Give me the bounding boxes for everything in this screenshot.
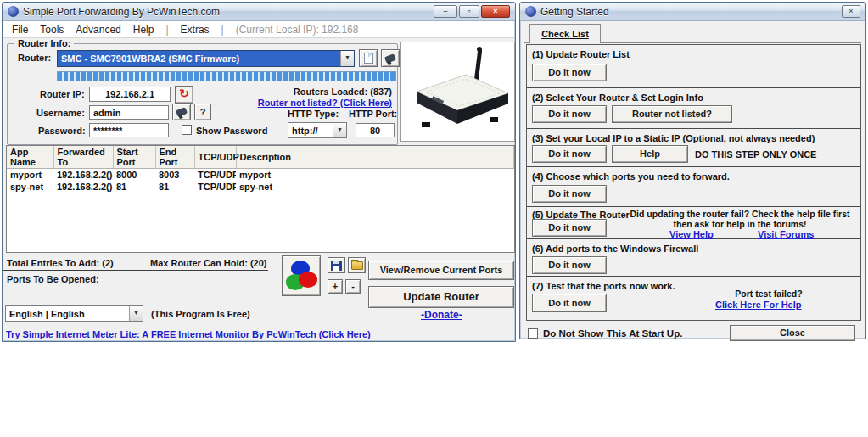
step2-router-not-listed-button[interactable]: Router not listed?	[612, 105, 732, 123]
username-label: Username:	[36, 108, 85, 118]
donate-link[interactable]: -Donate-	[421, 309, 462, 321]
step-title: (6) Add ports to the Windows Firewall	[532, 244, 698, 254]
router-notes-button[interactable]	[359, 49, 378, 67]
theme-colors-button[interactable]	[282, 255, 321, 296]
ports-table[interactable]: App Name Forwarded To Start Port End Por…	[6, 145, 515, 253]
step-title: (2) Select Your Router & Set Login Info	[532, 92, 703, 103]
col-forwarded-to[interactable]: Forwarded To	[53, 146, 113, 169]
internet-meter-promo-link[interactable]: Try Simple Internet Meter Lite: A FREE I…	[6, 329, 371, 339]
open-folder-icon	[351, 261, 363, 270]
menu-help[interactable]: Help	[133, 24, 154, 36]
close-dialog-button[interactable]: Close	[730, 325, 855, 341]
router-photo	[400, 42, 515, 142]
http-type-select[interactable]: http:// ▼	[288, 122, 347, 138]
minimize-button[interactable]: –	[434, 5, 457, 18]
cell-description: spy-net	[236, 181, 514, 193]
step3-once-note: DO THIS STEP ONLY ONCE	[695, 149, 816, 160]
router-login-button[interactable]	[381, 49, 400, 67]
chevron-down-icon[interactable]: ▼	[129, 306, 143, 321]
cell-end-port: 81	[155, 181, 194, 193]
add-entry-button[interactable]: +	[328, 279, 343, 294]
username-input[interactable]	[89, 105, 169, 120]
step-title: (3) Set your Local IP to a Static IP (Op…	[532, 133, 815, 143]
router-not-listed-link[interactable]: Router not listed? (Click Here)	[258, 98, 392, 108]
language-select[interactable]: English | English ▼	[5, 305, 143, 322]
router-ip-input[interactable]	[89, 87, 171, 102]
checklist-item-4: (4) Choose which ports you need to forwa…	[527, 167, 860, 207]
http-port-input[interactable]	[356, 123, 395, 137]
tab-bar: Check List	[524, 24, 861, 43]
step2-do-it-now-button[interactable]: Do it now	[532, 105, 607, 123]
show-password-label: Show Password	[196, 126, 267, 136]
port-test-help-link[interactable]: Click Here For Help	[715, 300, 801, 310]
menu-separator: |	[165, 24, 168, 36]
visit-forums-link[interactable]: Visit Forums	[758, 229, 814, 239]
red-circle-icon	[299, 272, 317, 288]
step6-do-it-now-button[interactable]: Do it now	[532, 256, 607, 274]
chevron-down-icon[interactable]: ▼	[340, 51, 354, 66]
step4-do-it-now-button[interactable]: Do it now	[532, 185, 607, 203]
col-app-name[interactable]: App Name	[7, 146, 53, 169]
chevron-down-icon[interactable]: ▼	[333, 123, 346, 137]
password-input[interactable]	[89, 123, 169, 137]
step3-help-button[interactable]: Help	[612, 145, 688, 163]
cell-tcp-udp: TCP/UDP	[194, 169, 236, 182]
show-password-checkbox[interactable]	[182, 125, 192, 135]
main-titlebar[interactable]: Simple Port Forwarding By PcWinTech.com …	[3, 3, 515, 21]
menu-tools[interactable]: Tools	[40, 24, 64, 36]
menu-file[interactable]: File	[12, 24, 28, 36]
step1-do-it-now-button[interactable]: Do it now	[532, 64, 607, 81]
table-row[interactable]: spy-net 192.168.2.2() 81 81 TCP/UDP spy-…	[7, 181, 514, 193]
checklist-item-2: (2) Select Your Router & Set Login Info …	[527, 88, 860, 129]
getting-started-window: Getting Started × Check List (1) Update …	[519, 2, 866, 339]
tab-check-list[interactable]: Check List	[529, 24, 601, 43]
col-start-port[interactable]: Start Port	[113, 146, 155, 169]
refresh-ip-button[interactable]: ↻	[175, 86, 193, 104]
free-program-note: (This Program Is Free)	[151, 309, 250, 319]
step3-do-it-now-button[interactable]: Do it now	[532, 145, 607, 163]
port-test-failed-note: Port test failed?	[688, 289, 849, 299]
close-button[interactable]: ×	[481, 5, 510, 18]
maximize-button[interactable]: ▫	[459, 5, 479, 18]
col-description[interactable]: Description	[236, 146, 514, 169]
cell-app-name: spy-net	[7, 181, 53, 193]
main-window: Simple Port Forwarding By PcWinTech.com …	[2, 2, 516, 342]
language-value: English | English	[6, 308, 129, 320]
step-title: (4) Choose which ports you need to forwa…	[532, 171, 730, 182]
remove-entry-button[interactable]: -	[345, 279, 361, 294]
router-select[interactable]: SMC - SMC7901WBRA2 (SMC Firmware) ▼	[57, 50, 355, 67]
view-help-link[interactable]: View Help	[669, 229, 714, 239]
col-end-port[interactable]: End Port	[155, 146, 194, 169]
page-icon	[364, 53, 373, 64]
col-tcp-udp[interactable]: TCP/UDP	[194, 146, 236, 169]
router-info-group: Router Info: Router: SMC - SMC7901WBRA2 …	[7, 43, 398, 145]
menu-separator: |	[221, 24, 224, 36]
update-router-button[interactable]: Update Router	[368, 286, 514, 308]
auto-login-button[interactable]	[172, 104, 191, 120]
save-button[interactable]	[328, 257, 345, 273]
login-help-button[interactable]: ?	[194, 104, 211, 120]
ports-to-open-label: Ports To Be Opened:	[7, 274, 99, 284]
app-globe-icon	[8, 6, 19, 17]
getting-started-titlebar[interactable]: Getting Started ×	[520, 3, 865, 21]
menu-bar: File Tools Advanced Help | Extras | (Cur…	[3, 21, 514, 38]
view-remove-ports-button[interactable]: View/Remove Current Ports	[368, 261, 514, 280]
close-button[interactable]: ×	[842, 5, 860, 18]
checklist-item-7: (7) Test that the ports now work. Do it …	[527, 277, 860, 321]
table-row[interactable]: myport 192.168.2.2() 8000 8003 TCP/UDP m…	[7, 169, 514, 182]
open-button[interactable]	[348, 257, 366, 273]
main-window-title: Simple Port Forwarding By PcWinTech.com	[23, 6, 220, 18]
password-label: Password:	[38, 126, 86, 136]
cell-tcp-udp: TCP/UDP	[194, 181, 236, 193]
do-not-show-checkbox[interactable]	[528, 328, 538, 339]
http-port-label: HTTP Port:	[349, 109, 397, 119]
table-header-row: App Name Forwarded To Start Port End Por…	[7, 146, 514, 169]
router-info-legend: Router Info:	[14, 38, 74, 48]
step5-do-it-now-button[interactable]: Do it now	[532, 219, 607, 237]
current-local-ip: (Current Local IP): 192.168	[236, 24, 359, 36]
routers-loaded-count: Routers Loaded: (837)	[294, 87, 392, 97]
step7-do-it-now-button[interactable]: Do it now	[532, 294, 607, 312]
menu-extras[interactable]: Extras	[181, 24, 210, 36]
step5-fail-note: Did updating the router fail? Check the …	[622, 209, 858, 229]
menu-advanced[interactable]: Advanced	[76, 24, 120, 36]
